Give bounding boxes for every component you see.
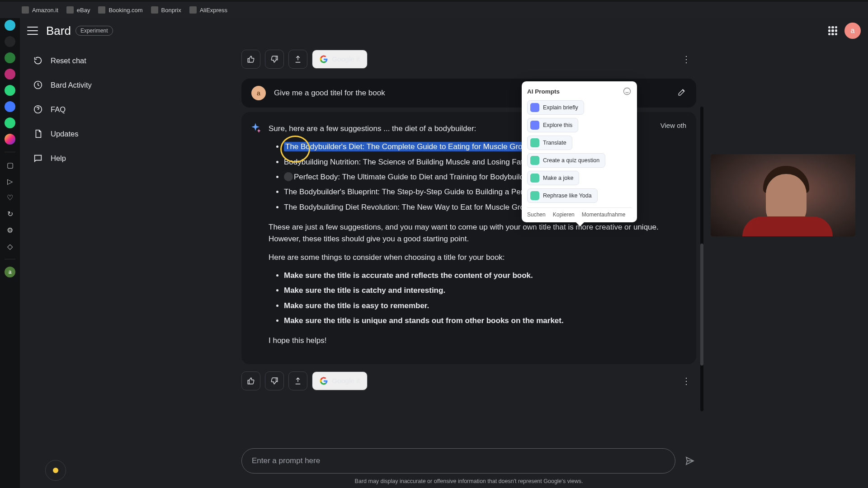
google-logo-icon bbox=[320, 377, 328, 385]
view-other-drafts[interactable]: View oth bbox=[660, 120, 686, 131]
bookmark-bonprix[interactable]: Bonprix bbox=[151, 6, 181, 14]
sidebar-item-faq[interactable]: FAQ bbox=[24, 99, 151, 120]
strip-icon[interactable] bbox=[5, 20, 15, 31]
google-logo-icon bbox=[320, 55, 328, 63]
prompt-area: Enter a prompt here Bard may display ina… bbox=[241, 446, 696, 488]
bookmark-aliexpress[interactable]: AliExpress bbox=[189, 6, 227, 14]
prompt-chip[interactable]: Make a joke bbox=[527, 171, 579, 185]
sidebar-item-reset[interactable]: Reset chat bbox=[24, 50, 151, 71]
prompt-input[interactable]: Enter a prompt here bbox=[241, 448, 675, 474]
user-message-text: Give me a good titel for the book bbox=[274, 89, 385, 98]
reset-icon bbox=[33, 55, 43, 66]
google-it-button[interactable]: Google it bbox=[312, 371, 368, 390]
thumbs-up-button[interactable] bbox=[241, 50, 260, 69]
chip-label: Rephrase like Yoda bbox=[543, 192, 592, 199]
sidebar-label: Updates bbox=[51, 130, 78, 138]
popover-action-copy[interactable]: Kopieren bbox=[553, 211, 575, 218]
more-button[interactable]: ⋮ bbox=[677, 373, 696, 389]
google-it-label: Google it bbox=[332, 55, 360, 63]
app-header: Bard Experiment a bbox=[20, 18, 868, 43]
chat-area: Google it ⋮ a Give me a good titel for t… bbox=[156, 43, 868, 488]
chip-label: Create a quiz question bbox=[543, 157, 599, 164]
tip-item: Make sure the title is easy to remember. bbox=[284, 300, 684, 312]
disclaimer: Bard may display inaccurate or offensive… bbox=[241, 478, 696, 484]
tip-item: Make sure the title is accurate and refl… bbox=[284, 270, 684, 282]
more-button[interactable]: ⋮ bbox=[677, 51, 696, 67]
sidebar-label: Help bbox=[51, 154, 66, 163]
prompt-chip[interactable]: Rephrase like Yoda bbox=[527, 188, 598, 203]
brand: Bard Experiment bbox=[46, 24, 113, 38]
thumbs-down-button[interactable] bbox=[265, 50, 284, 69]
share-button[interactable] bbox=[288, 371, 307, 390]
tip-item: Make sure the title is unique and stands… bbox=[284, 315, 684, 327]
scrollbar[interactable] bbox=[700, 107, 703, 411]
sidebar-item-updates[interactable]: Updates bbox=[24, 123, 151, 145]
strip-star-icon[interactable] bbox=[5, 36, 15, 47]
app: Bard Experiment a Reset chat Bard Activi… bbox=[20, 18, 868, 488]
bookmark-label: Booking.com bbox=[108, 7, 142, 14]
response-para: These are just a few suggestions, and yo… bbox=[269, 221, 684, 245]
chip-icon bbox=[530, 103, 539, 112]
strip-icon[interactable] bbox=[5, 85, 15, 96]
chip-icon bbox=[530, 174, 539, 183]
theme-orb[interactable] bbox=[45, 460, 66, 481]
chip-icon bbox=[530, 121, 539, 130]
user-avatar[interactable]: a bbox=[844, 23, 861, 39]
prompt-chip[interactable]: Translate bbox=[527, 136, 572, 150]
thumbs-up-button[interactable] bbox=[241, 371, 260, 390]
popover-action-snapshot[interactable]: Momentaufnahme bbox=[582, 211, 626, 218]
share-button[interactable] bbox=[288, 50, 307, 69]
sidebar-item-help[interactable]: Help bbox=[24, 147, 151, 169]
bookmark-amazon[interactable]: Amazon.it bbox=[22, 6, 58, 14]
popover-title: AI Prompts bbox=[527, 88, 560, 95]
emoji-icon[interactable] bbox=[623, 87, 632, 96]
message-actions-bottom: Google it ⋮ bbox=[241, 369, 696, 390]
avatar-initial: a bbox=[851, 27, 855, 35]
strip-avatar-icon[interactable]: a bbox=[5, 267, 15, 277]
bookmark-icon bbox=[189, 6, 197, 14]
response-closing: I hope this helps! bbox=[269, 335, 684, 347]
sidebar-label: Bard Activity bbox=[51, 81, 92, 89]
chip-label: Make a joke bbox=[543, 175, 573, 181]
strip-icon[interactable] bbox=[5, 52, 15, 63]
strip-icon[interactable] bbox=[5, 101, 15, 112]
strip-icon[interactable] bbox=[5, 134, 15, 145]
activity-icon bbox=[33, 80, 43, 90]
apps-grid-icon[interactable] bbox=[828, 26, 837, 35]
ai-prompts-popover: AI Prompts Explain brieflyExplore thisTr… bbox=[522, 81, 637, 222]
bookmark-label: Amazon.it bbox=[32, 7, 58, 14]
chip-label: Explore this bbox=[543, 122, 572, 128]
menu-button[interactable] bbox=[27, 27, 38, 35]
message-actions-top: Google it ⋮ bbox=[241, 43, 696, 74]
prompt-chip[interactable]: Create a quiz question bbox=[527, 153, 605, 168]
bookmark-icon bbox=[22, 6, 29, 14]
strip-icon[interactable] bbox=[5, 117, 15, 128]
chip-label: Translate bbox=[543, 140, 566, 146]
prompt-chip[interactable]: Explain briefly bbox=[527, 100, 584, 115]
send-button[interactable] bbox=[684, 455, 696, 467]
sidebar-item-activity[interactable]: Bard Activity bbox=[24, 74, 151, 96]
chip-icon bbox=[530, 156, 539, 165]
faq-icon bbox=[33, 104, 43, 115]
svg-point-2 bbox=[624, 88, 631, 95]
brand-name: Bard bbox=[46, 24, 71, 38]
chip-icon bbox=[530, 138, 539, 147]
sidebar-label: Reset chat bbox=[51, 56, 86, 65]
sparkle-icon bbox=[250, 122, 261, 134]
bookmark-booking[interactable]: Booking.com bbox=[98, 6, 142, 14]
bookmark-ebay[interactable]: eBay bbox=[66, 6, 90, 14]
strip-icon[interactable] bbox=[5, 69, 15, 80]
google-it-label: Google it bbox=[332, 377, 360, 385]
inline-icon bbox=[284, 172, 293, 181]
webcam-overlay bbox=[711, 154, 855, 236]
popover-action-search[interactable]: Suchen bbox=[527, 211, 546, 218]
chip-label: Explain briefly bbox=[543, 104, 578, 111]
sidebar: Reset chat Bard Activity FAQ Updates Hel… bbox=[20, 43, 156, 488]
google-it-button[interactable]: Google it bbox=[312, 50, 368, 69]
prompt-chip[interactable]: Explore this bbox=[527, 118, 578, 132]
bookmark-bar: Amazon.it eBay Booking.com Bonprix AliEx… bbox=[0, 2, 868, 18]
prompt-placeholder: Enter a prompt here bbox=[252, 456, 320, 465]
thumbs-down-button[interactable] bbox=[265, 371, 284, 390]
edit-message-button[interactable] bbox=[677, 88, 686, 99]
user-avatar-small: a bbox=[251, 86, 266, 100]
